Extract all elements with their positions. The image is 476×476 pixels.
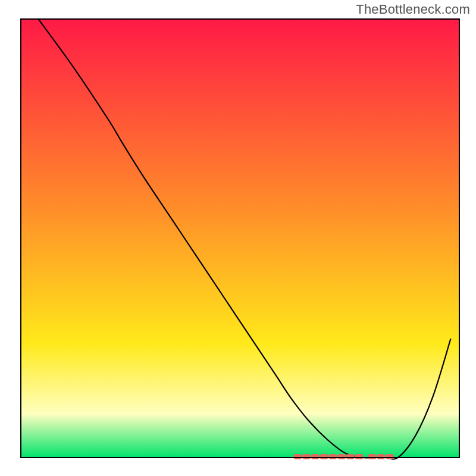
trough-marker [311, 454, 320, 459]
trough-marker [320, 454, 328, 459]
trough-marker [386, 454, 394, 459]
trough-marker [293, 454, 302, 459]
plot-background [21, 19, 459, 458]
trough-marker [302, 454, 311, 459]
trough-marker [377, 454, 385, 459]
bottleneck-chart [0, 0, 476, 476]
trough-marker [337, 454, 346, 459]
trough-markers [293, 454, 394, 459]
trough-marker [346, 454, 355, 459]
trough-marker [328, 454, 337, 459]
trough-marker [355, 454, 363, 459]
trough-marker [368, 454, 377, 459]
watermark-text: TheBottleneck.com [356, 2, 470, 17]
